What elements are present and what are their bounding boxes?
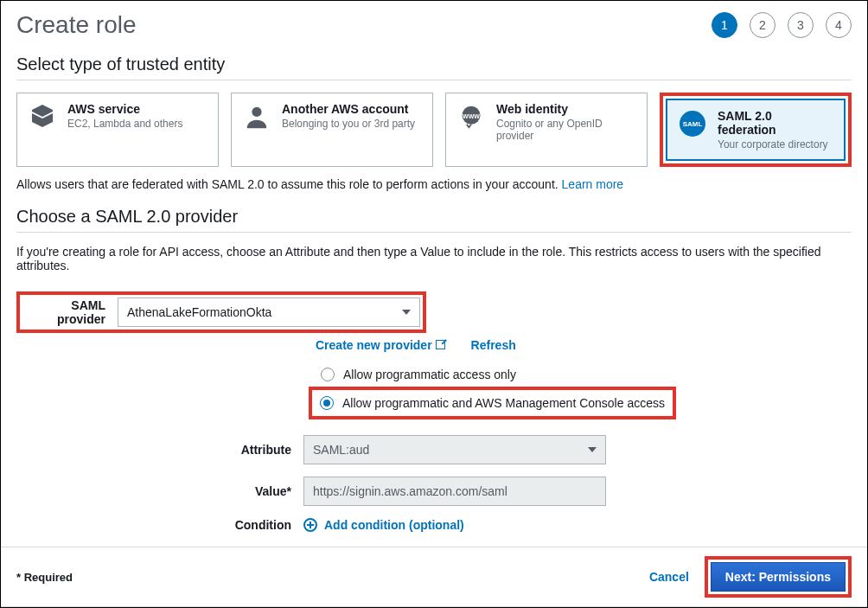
user-icon bbox=[242, 102, 271, 131]
tile-aws-account[interactable]: Another AWS account Belonging to you or … bbox=[231, 93, 433, 167]
next-permissions-button[interactable]: Next: Permissions bbox=[711, 562, 846, 592]
provider-sublinks: Create new provider Refresh bbox=[316, 338, 852, 352]
tile-subtitle: Belonging to you or 3rd party bbox=[282, 118, 415, 130]
globe-icon: WWW bbox=[456, 102, 486, 131]
trusted-entity-tiles: AWS service EC2, Lambda and others Anoth… bbox=[16, 93, 852, 167]
tile-title: Another AWS account bbox=[282, 102, 415, 116]
step-4[interactable]: 4 bbox=[826, 12, 852, 38]
radio-icon bbox=[321, 368, 335, 381]
section-trusted-entity-title: Select type of trusted entity bbox=[16, 54, 852, 74]
section-saml-provider-title: Choose a SAML 2.0 provider bbox=[16, 207, 852, 227]
svg-point-0 bbox=[252, 107, 261, 117]
tile-subtitle: Your corporate directory bbox=[718, 138, 833, 150]
attribute-value: SAML:aud bbox=[313, 443, 369, 457]
saml-icon: SAML bbox=[678, 109, 707, 138]
desc-text: Allows users that are federated with SAM… bbox=[16, 177, 562, 191]
saml-form: SAML provider AthenaLakeFormationOkta Cr… bbox=[16, 291, 852, 532]
value-label: Value* bbox=[16, 484, 303, 498]
tile-subtitle: EC2, Lambda and others bbox=[67, 118, 182, 130]
radio-icon bbox=[320, 396, 334, 410]
radio-programmatic-only[interactable]: Allow programmatic access only bbox=[316, 364, 852, 385]
step-1[interactable]: 1 bbox=[712, 12, 737, 38]
required-note: * Required bbox=[16, 571, 73, 584]
highlight-next: Next: Permissions bbox=[705, 556, 852, 598]
wizard-steps: 1 2 3 4 bbox=[712, 12, 852, 38]
value-input: https://signin.aws.amazon.com/saml bbox=[303, 477, 606, 506]
condition-label: Condition bbox=[16, 518, 303, 532]
tile-subtitle: Cognito or any OpenID provider bbox=[496, 118, 636, 142]
radio-label: Allow programmatic and AWS Management Co… bbox=[342, 396, 665, 410]
saml-provider-select[interactable]: AthenaLakeFormationOkta bbox=[118, 298, 420, 327]
create-role-page: Create role 1 2 3 4 Select type of trust… bbox=[0, 0, 868, 608]
highlight-saml-provider: SAML provider AthenaLakeFormationOkta bbox=[16, 291, 426, 333]
divider bbox=[16, 232, 852, 233]
attribute-label: Attribute bbox=[16, 443, 303, 457]
step-2[interactable]: 2 bbox=[750, 12, 775, 38]
value-text: https://signin.aws.amazon.com/saml bbox=[313, 484, 507, 498]
tile-title: Web identity bbox=[496, 102, 636, 116]
create-new-provider-link[interactable]: Create new provider bbox=[316, 338, 445, 352]
radio-programmatic-and-console[interactable]: Allow programmatic and AWS Management Co… bbox=[315, 393, 670, 413]
refresh-link[interactable]: Refresh bbox=[471, 338, 516, 352]
highlight-saml: SAML SAML 2.0 federation Your corporate … bbox=[660, 93, 852, 167]
saml-provider-label: SAML provider bbox=[22, 298, 118, 326]
add-condition-label: Add condition (optional) bbox=[324, 518, 464, 532]
add-condition-button[interactable]: Add condition (optional) bbox=[303, 518, 464, 532]
learn-more-link[interactable]: Learn more bbox=[562, 177, 624, 191]
divider bbox=[16, 80, 852, 80]
tile-aws-service[interactable]: AWS service EC2, Lambda and others bbox=[16, 93, 219, 167]
section-saml-provider-desc: If you're creating a role for API access… bbox=[16, 245, 852, 272]
saml-provider-value: AthenaLakeFormationOkta bbox=[127, 305, 271, 319]
tile-title: SAML 2.0 federation bbox=[718, 109, 833, 137]
entity-description: Allows users that are federated with SAM… bbox=[16, 177, 852, 191]
plus-circle-icon bbox=[303, 518, 317, 532]
cube-icon bbox=[28, 102, 57, 131]
page-title: Create role bbox=[16, 11, 137, 39]
tile-title: AWS service bbox=[67, 102, 182, 116]
highlight-radio-console: Allow programmatic and AWS Management Co… bbox=[309, 387, 676, 419]
chevron-down-icon bbox=[402, 310, 411, 315]
header: Create role 1 2 3 4 bbox=[16, 11, 852, 39]
cancel-button[interactable]: Cancel bbox=[649, 570, 689, 584]
radio-label: Allow programmatic access only bbox=[343, 368, 516, 381]
tile-web-identity[interactable]: WWW Web identity Cognito or any OpenID p… bbox=[445, 93, 648, 167]
footer: * Required Cancel Next: Permissions bbox=[1, 547, 867, 607]
step-3[interactable]: 3 bbox=[788, 12, 814, 38]
tile-saml-federation[interactable]: SAML SAML 2.0 federation Your corporate … bbox=[666, 99, 846, 161]
external-link-icon bbox=[436, 340, 445, 349]
svg-text:WWW: WWW bbox=[463, 113, 480, 119]
attribute-select: SAML:aud bbox=[303, 435, 606, 464]
chevron-down-icon bbox=[588, 447, 597, 452]
